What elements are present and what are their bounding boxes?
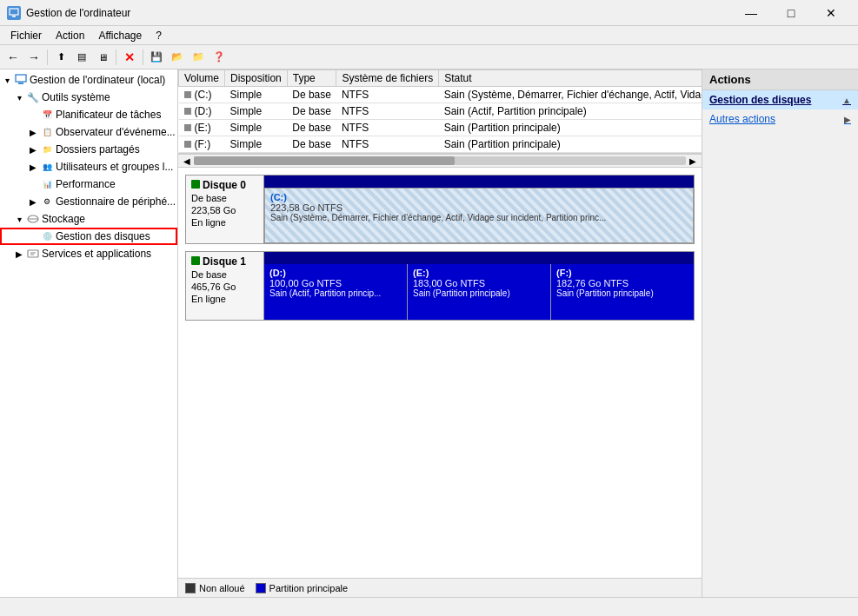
toolbar-show-hide[interactable]: ▤ bbox=[72, 48, 91, 67]
svg-rect-1 bbox=[12, 16, 16, 17]
partition-row: (C:)223,58 Go NTFSSain (Système, Démarre… bbox=[264, 188, 694, 243]
toolbar-help[interactable]: ❓ bbox=[210, 48, 229, 67]
action-autres-actions-arrow: ▶ bbox=[844, 115, 851, 124]
cell-type: De base bbox=[287, 120, 336, 136]
partition-status: Sain (Système, Démarrer, Fichier d'échan… bbox=[270, 213, 688, 222]
maximize-button[interactable]: □ bbox=[771, 0, 811, 26]
cell-disposition: Simple bbox=[225, 103, 288, 120]
tree-dossiers-arrow[interactable]: ▶ bbox=[28, 145, 38, 155]
table-row[interactable]: (C:) Simple De base NTFS Sain (Système, … bbox=[179, 87, 702, 103]
legend-unallocated-color bbox=[185, 583, 196, 593]
tree-utilisateurs-arrow[interactable]: ▶ bbox=[28, 162, 38, 172]
separator-1 bbox=[47, 50, 48, 65]
tree-root-arrow[interactable]: ▾ bbox=[2, 76, 12, 85]
cell-disposition: Simple bbox=[225, 136, 288, 153]
tree-stockage-label: Stockage bbox=[42, 213, 85, 225]
disk-type: De base bbox=[191, 193, 258, 203]
cell-volume: (D:) bbox=[179, 103, 225, 120]
cell-status: Sain (Partition principale) bbox=[439, 136, 702, 153]
cell-filesystem: NTFS bbox=[336, 103, 439, 120]
partition-label: (C:) bbox=[270, 192, 688, 202]
disk-table: Volume Disposition Type Système de fichi… bbox=[178, 70, 702, 153]
toolbar-delete[interactable]: ✕ bbox=[120, 48, 139, 67]
tree-performance[interactable]: ▶ 📊 Performance bbox=[0, 176, 177, 193]
h-scroll-thumb[interactable] bbox=[194, 156, 455, 165]
tree-outils-systeme[interactable]: ▾ 🔧 Outils système bbox=[0, 89, 177, 106]
action-gestion-disques[interactable]: Gestion des disques ▲ bbox=[702, 90, 858, 109]
folder-icon: 📁 bbox=[40, 142, 54, 156]
h-scroll-track[interactable] bbox=[194, 156, 686, 165]
partition-size: 100,00 Go NTFS bbox=[269, 278, 402, 288]
tree-planificateur-arrow[interactable]: ▶ bbox=[28, 110, 38, 120]
h-scroll-area[interactable]: ◀ ▶ bbox=[178, 154, 702, 168]
cell-status: Sain (Système, Démarrer, Fichier d'échan… bbox=[439, 87, 702, 103]
event-icon: 📋 bbox=[40, 125, 54, 139]
minimize-button[interactable]: — bbox=[731, 0, 771, 26]
tree-gestion-disques[interactable]: ▶ 💿 Gestion des disques bbox=[0, 228, 177, 245]
tree-planificateur[interactable]: ▶ 📅 Planificateur de tâches bbox=[0, 106, 177, 123]
menu-affichage[interactable]: Affichage bbox=[91, 28, 149, 43]
toolbar-export[interactable]: 💾 bbox=[147, 48, 166, 67]
partition-label: (D:) bbox=[269, 268, 402, 278]
table-row[interactable]: (D:) Simple De base NTFS Sain (Actif, Pa… bbox=[179, 103, 702, 120]
tree-observateur-arrow[interactable]: ▶ bbox=[28, 128, 38, 137]
close-button[interactable]: ✕ bbox=[811, 0, 851, 26]
toolbar-new[interactable]: 📁 bbox=[189, 48, 208, 67]
partition-label: (F:) bbox=[556, 268, 688, 278]
toolbar-forward[interactable]: → bbox=[24, 48, 43, 67]
menu-action[interactable]: Action bbox=[49, 28, 91, 43]
scroll-right-arrow[interactable]: ▶ bbox=[686, 154, 700, 168]
toolbar-console[interactable]: 🖥 bbox=[93, 48, 112, 67]
users-icon: 👥 bbox=[40, 160, 54, 174]
partition-block[interactable]: (D:)100,00 Go NTFSSain (Actif, Partition… bbox=[264, 264, 408, 320]
scroll-left-arrow[interactable]: ◀ bbox=[180, 154, 194, 168]
partition-block[interactable]: (F:)182,76 Go NTFSSain (Partition princi… bbox=[551, 264, 694, 320]
table-row[interactable]: (E:) Simple De base NTFS Sain (Partition… bbox=[179, 120, 702, 136]
partition-size: 182,76 Go NTFS bbox=[556, 278, 688, 288]
tree-stockage-arrow[interactable]: ▾ bbox=[14, 215, 24, 224]
cell-volume: (E:) bbox=[179, 120, 225, 136]
toolbar-back[interactable]: ← bbox=[3, 48, 23, 67]
tree-gestionnaire-arrow[interactable]: ▶ bbox=[28, 197, 38, 207]
tree-services[interactable]: ▶ Services et applications bbox=[0, 245, 177, 262]
menu-fichier[interactable]: Fichier bbox=[3, 28, 49, 43]
toolbar: ← → ⬆ ▤ 🖥 ✕ 💾 📂 📁 ❓ bbox=[0, 45, 858, 70]
partition-block[interactable]: (C:)223,58 Go NTFSSain (Système, Démarre… bbox=[264, 188, 694, 243]
action-autres-actions[interactable]: Autres actions ▶ bbox=[702, 109, 858, 129]
tree-root[interactable]: ▾ Gestion de l'ordinateur (local) bbox=[0, 71, 177, 89]
separator-3 bbox=[143, 50, 143, 65]
table-row[interactable]: (F:) Simple De base NTFS Sain (Partition… bbox=[179, 136, 702, 153]
disk-visual-area: Disque 0 De base 223,58 Go En ligne (C:)… bbox=[178, 168, 702, 578]
right-panel: Volume Disposition Type Système de fichi… bbox=[178, 70, 702, 597]
tree-gestionnaire[interactable]: ▶ ⚙ Gestionnaire de périphé... bbox=[0, 193, 177, 210]
tree-dossiers[interactable]: ▶ 📁 Dossiers partagés bbox=[0, 141, 177, 158]
partition-block[interactable]: (E:)183,00 Go NTFSSain (Partition princi… bbox=[408, 264, 551, 320]
tree-utilisateurs[interactable]: ▶ 👥 Utilisateurs et groupes l... bbox=[0, 158, 177, 176]
services-icon bbox=[26, 247, 40, 261]
legend-primary: Partition principale bbox=[256, 583, 349, 593]
tree-services-label: Services et applications bbox=[42, 248, 151, 260]
actions-title: Actions bbox=[702, 70, 858, 90]
title-bar-left: Gestion de l'ordinateur bbox=[7, 6, 130, 20]
menu-bar: Fichier Action Affichage ? bbox=[0, 26, 858, 45]
menu-help[interactable]: ? bbox=[149, 28, 169, 43]
tree-services-arrow[interactable]: ▶ bbox=[14, 249, 24, 259]
tree-observateur[interactable]: ▶ 📋 Observateur d'événeme... bbox=[0, 123, 177, 141]
toolbar-up[interactable]: ⬆ bbox=[51, 48, 70, 67]
task-icon: 📅 bbox=[40, 108, 54, 122]
tree-observateur-label: Observateur d'événeme... bbox=[56, 126, 176, 138]
col-disposition: Disposition bbox=[225, 70, 288, 87]
legend-unallocated: Non alloué bbox=[185, 583, 245, 593]
tree-gestion-disques-arrow[interactable]: ▶ bbox=[28, 232, 38, 242]
tree-utilisateurs-label: Utilisateurs et groupes l... bbox=[56, 161, 173, 173]
tree-stockage[interactable]: ▾ Stockage bbox=[0, 210, 177, 228]
tree-outils-arrow[interactable]: ▾ bbox=[14, 93, 24, 103]
toolbar-open[interactable]: 📂 bbox=[168, 48, 187, 67]
tree-performance-label: Performance bbox=[56, 178, 116, 190]
partition-status: Sain (Partition principale) bbox=[556, 288, 688, 298]
legend-bar: Non alloué Partition principale bbox=[178, 578, 702, 597]
disk-partitions: (C:)223,58 Go NTFSSain (Système, Démarre… bbox=[264, 176, 694, 243]
cell-status: Sain (Partition principale) bbox=[439, 120, 702, 136]
tree-performance-arrow[interactable]: ▶ bbox=[28, 180, 38, 189]
performance-icon: 📊 bbox=[40, 177, 54, 191]
